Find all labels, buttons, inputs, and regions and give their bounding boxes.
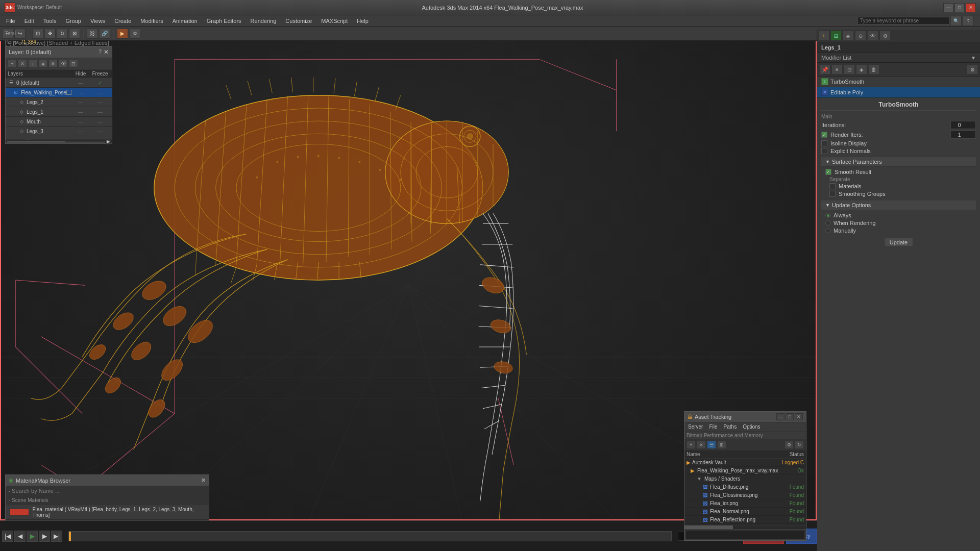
rp-hierarchy-btn[interactable]: ◈ [843,31,854,41]
at-max-btn[interactable]: □ [786,413,794,420]
at-item-max-file[interactable]: ▶ Flea_Walking_Pose_max_vray.max Ok [684,467,806,475]
menu-edit[interactable]: Edit [20,17,38,25]
menu-customize[interactable]: Customize [281,17,316,25]
help-btn[interactable]: ? [963,16,974,26]
menu-animation[interactable]: Animation [168,17,202,25]
at-scroll-thumb[interactable] [684,525,733,529]
rp-display-btn[interactable]: 👁 [867,31,878,41]
anim-play-btn[interactable]: ▶ [27,531,38,542]
layers-freeze-btn[interactable]: ❄ [48,60,58,68]
ts-update-rollout[interactable]: ▼ Update Options [821,201,976,210]
unlink-btn[interactable]: 🔗 [99,29,110,39]
at-remove-btn[interactable]: ✕ [697,441,706,449]
layers-help-btn[interactable]: ? [99,48,102,56]
at-item-vault[interactable]: ▶ Autodesk Vault Logged C [684,459,806,467]
layers-scrollbar[interactable]: ▶ [6,139,112,143]
minimize-button[interactable]: — [943,3,953,12]
at-item-refract[interactable]: 🖼 Flea_Refract.png Found [684,524,806,525]
render-btn[interactable]: ▶ [117,29,128,39]
layers-delete-btn[interactable]: ✕ [18,60,27,68]
anim-next-frame-btn[interactable]: ▶ [39,531,50,542]
ts-explicit-checkbox[interactable] [821,148,827,154]
layer-item-flea-walking[interactable]: ⊡ Flea_Walking_Pose — — [6,88,112,97]
ts-render-iters-checkbox[interactable]: ✓ [821,132,827,138]
anim-playhead[interactable] [69,532,71,541]
layers-scroll-right[interactable]: ▶ [106,139,111,144]
render-setup-btn[interactable]: ⚙ [129,29,140,39]
rp-utilities-btn[interactable]: ⚙ [879,31,891,41]
menu-file[interactable]: File [2,17,19,25]
ts-isoline-checkbox[interactable] [821,140,827,146]
workspace-selector[interactable]: Workspace: Default [17,5,62,10]
at-min-btn[interactable]: — [776,413,785,420]
layer-item-legs3[interactable]: ◇ Legs_3 — — [6,127,112,136]
at-scrollbar[interactable] [684,525,806,529]
maximize-button[interactable]: □ [954,3,965,12]
ts-when-rendering-radio[interactable] [825,220,830,226]
menu-rendering[interactable]: Rendering [247,17,281,25]
rotate-btn[interactable]: ↻ [57,29,68,39]
at-item-maps[interactable]: ▼ Maps / Shaders [684,475,806,483]
menu-group[interactable]: Group [61,17,85,25]
anim-last-frame-btn[interactable]: ▶| [51,531,62,542]
at-menu-options[interactable]: Options [741,423,762,430]
menu-views[interactable]: Views [86,17,109,25]
layers-hide-btn[interactable]: 👁 [59,60,68,68]
layer-item-legs2[interactable]: ◇ Legs_2 — — [6,97,112,107]
rp-show-all-btn[interactable]: ≡ [831,64,843,74]
layers-render-btn[interactable]: ⊡ [69,60,78,68]
at-menu-file[interactable]: File [707,423,719,430]
rp-motion-btn[interactable]: ⊙ [855,31,866,41]
at-menu-server[interactable]: Server [687,423,704,430]
ts-manually-radio[interactable] [825,228,830,233]
layers-scroll-thumb[interactable] [7,141,65,142]
at-close-btn[interactable]: ✕ [795,413,803,420]
menu-tools[interactable]: Tools [39,17,61,25]
modifier-list-header[interactable]: Modifier List ▼ [817,53,980,63]
layer-item-mouth[interactable]: ◇ Mouth — — [6,117,112,127]
link-btn[interactable]: ⛓ [87,29,98,39]
anim-timeline[interactable] [68,531,672,541]
layers-titlebar[interactable]: Layer: 0 (default) ? ✕ [6,46,112,58]
layers-new-btn[interactable]: + [8,60,17,68]
rp-modify-btn[interactable]: ⊟ [830,31,842,41]
layers-select-highlight-btn[interactable]: ◈ [38,60,47,68]
layer-item-thorns[interactable]: ◇ Thorns — — [6,136,112,139]
rp-make-unique-btn[interactable]: ◈ [856,64,867,74]
modifier-editable-poly[interactable]: P Editable Poly [817,87,980,98]
move-btn[interactable]: ✥ [44,29,56,39]
close-button[interactable]: ✕ [966,3,976,12]
anim-first-frame-btn[interactable]: |◀ [2,531,13,542]
rp-show-result-btn[interactable]: ⊡ [844,64,855,74]
at-item-normal[interactable]: 🖼 Flea_Normal.png Found [684,508,806,516]
menu-modifiers[interactable]: Modifiers [136,17,167,25]
mat-item-flea[interactable]: Flea_material ( VRayMtl ) [Flea_body, Le… [6,505,209,520]
ts-smoothing-groups-checkbox[interactable] [829,191,836,197]
ts-smooth-result-checkbox[interactable]: ✓ [825,169,831,175]
ts-materials-checkbox[interactable] [829,183,836,189]
mat-titlebar[interactable]: ◉ Material/Map Browser ✕ [6,475,209,486]
layers-scroll-track[interactable] [7,141,105,143]
menu-help[interactable]: Help [353,17,373,25]
at-item-ior[interactable]: 🖼 Flea_ior.png Found [684,499,806,508]
layer-item-legs1[interactable]: ◇ Legs_1 — — [6,107,112,117]
mat-close-btn[interactable]: ✕ [201,477,206,484]
at-add-btn[interactable]: + [687,441,696,449]
menu-maxscript[interactable]: MAXScript [317,17,352,25]
at-list-btn[interactable]: ☰ [707,441,716,449]
search-input[interactable] [857,17,949,24]
rp-create-btn[interactable]: + [818,31,829,41]
at-grid-btn[interactable]: ⊞ [717,441,726,449]
ts-surface-rollout[interactable]: ▼ Surface Parameters [821,157,976,167]
layers-close-btn[interactable]: ✕ [104,48,109,56]
layer-item-default[interactable]: ☰ 0 (default) — ✓ [6,78,112,88]
at-item-glossiness[interactable]: 🖼 Flea_Glossiness.png Found [684,491,806,499]
ts-update-button[interactable]: Update [884,238,913,247]
scale-btn[interactable]: ⊠ [69,29,80,39]
menu-create[interactable]: Create [110,17,135,25]
at-refresh-btn[interactable]: ↻ [795,441,804,449]
at-item-reflection[interactable]: 🖼 Flea_Reflection.png Found [684,516,806,524]
rp-remove-mod-btn[interactable]: 🗑 [868,64,879,74]
anim-prev-frame-btn[interactable]: ◀ [14,531,26,542]
layers-add-selected-btn[interactable]: ↓ [28,60,37,68]
